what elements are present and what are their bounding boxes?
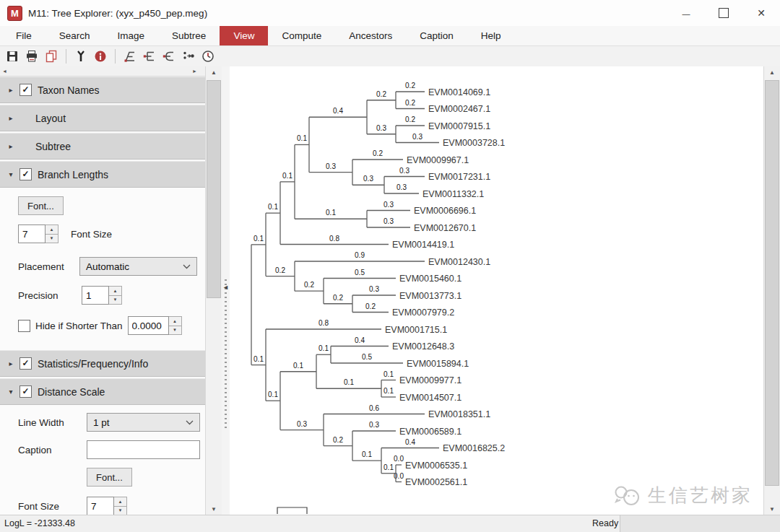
menu-item-image[interactable]: Image xyxy=(104,26,159,45)
scale-font-size-stepper[interactable] xyxy=(87,497,127,515)
branch-lengths-checkbox[interactable] xyxy=(20,168,32,180)
taxon-label[interactable]: EVM0001715.1 xyxy=(385,325,447,335)
distance-scale-checkbox[interactable] xyxy=(20,385,32,398)
scroll-down-icon[interactable] xyxy=(764,503,780,515)
scrollbar-thumb[interactable] xyxy=(207,80,221,298)
taxon-label[interactable]: EVM0014507.1 xyxy=(399,393,462,403)
wrench-icon[interactable] xyxy=(74,49,88,64)
timetree-clock-icon[interactable] xyxy=(201,49,215,64)
precision-stepper[interactable] xyxy=(82,286,122,305)
spin-up-icon[interactable] xyxy=(169,316,182,326)
taxon-label[interactable]: EVM0014069.1 xyxy=(428,87,490,97)
scroll-left-icon[interactable] xyxy=(0,66,9,75)
taxon-label[interactable]: EVM0017231.1 xyxy=(428,172,490,182)
caption-input[interactable] xyxy=(87,440,200,459)
phylogenetic-tree-svg[interactable]: EVM0014069.10.2EVM0002467.10.20.2EVM0007… xyxy=(230,66,764,515)
spin-down-icon[interactable] xyxy=(114,506,127,516)
spin-up-icon[interactable] xyxy=(114,497,127,506)
taxon-label[interactable]: EVM0006535.1 xyxy=(405,461,467,471)
expand-arrow-icon[interactable] xyxy=(6,86,16,94)
branch-font-button[interactable]: Font... xyxy=(18,196,64,215)
collapse-arrow-icon[interactable] xyxy=(6,388,16,396)
canvas-vertical-scrollbar[interactable] xyxy=(763,66,780,515)
collapse-arrow-icon[interactable] xyxy=(6,170,16,178)
hide-threshold-stepper[interactable] xyxy=(128,316,182,335)
close-button[interactable] xyxy=(742,0,780,26)
taxon-label[interactable]: EVM0018351.1 xyxy=(428,409,490,419)
taxon-label[interactable]: EVM0015460.1 xyxy=(399,274,462,284)
menu-item-file[interactable]: File xyxy=(2,26,46,45)
expand-arrow-icon[interactable] xyxy=(6,142,16,150)
taxon-label[interactable]: EVM0009977.1 xyxy=(399,375,462,385)
spin-down-icon[interactable] xyxy=(109,295,122,305)
taxon-label[interactable]: EVM0012648.3 xyxy=(392,341,454,352)
tree-canvas[interactable]: EVM0014069.10.2EVM0002467.10.20.2EVM0007… xyxy=(230,66,764,515)
menu-item-search[interactable]: Search xyxy=(46,26,104,45)
taxon-label[interactable]: EVM0014419.1 xyxy=(392,240,454,250)
hide-if-shorter-checkbox[interactable] xyxy=(18,320,30,332)
scale-font-button[interactable]: Font... xyxy=(87,468,132,487)
scroll-up-icon[interactable] xyxy=(764,66,780,79)
topology-icon[interactable] xyxy=(181,49,196,64)
branch-font-size-stepper[interactable] xyxy=(18,224,58,243)
taxon-label[interactable]: EVM0015894.1 xyxy=(407,359,469,369)
minimize-button[interactable] xyxy=(667,0,705,26)
tree-slanted-icon[interactable] xyxy=(123,49,137,64)
taxon-label[interactable]: EVM0006696.1 xyxy=(414,206,476,216)
print-icon[interactable] xyxy=(25,49,39,64)
placement-dropdown[interactable]: Automatic xyxy=(79,257,197,276)
copy-icon[interactable] xyxy=(44,49,58,64)
sidebar-horizontal-scrollbar[interactable] xyxy=(0,66,205,77)
maximize-button[interactable] xyxy=(705,0,742,26)
section-branch-lengths[interactable]: Branch Lengths xyxy=(0,161,205,188)
hide-threshold-input[interactable] xyxy=(128,316,169,335)
section-layout[interactable]: Layout xyxy=(0,105,205,131)
taxon-label[interactable]: EVM0016825.2 xyxy=(443,443,505,453)
taxon-label[interactable]: EVM0011332.1 xyxy=(422,189,484,199)
menu-item-subtree[interactable]: Subtree xyxy=(158,26,220,45)
spin-up-icon[interactable] xyxy=(46,224,58,234)
scrollbar-thumb[interactable] xyxy=(765,80,779,486)
taxon-label[interactable]: EVM0003728.1 xyxy=(443,138,505,148)
statistics-checkbox[interactable] xyxy=(20,357,32,370)
taxon-label[interactable]: EVM0007979.2 xyxy=(392,308,454,318)
spin-down-icon[interactable] xyxy=(46,234,58,244)
taxon-label[interactable]: EVM0002561.1 xyxy=(405,477,467,487)
info-icon[interactable] xyxy=(93,49,108,64)
taxon-label[interactable]: EVM0013773.1 xyxy=(399,291,462,301)
scale-font-size-input[interactable] xyxy=(87,497,114,515)
section-subtree[interactable]: Subtree xyxy=(0,133,205,160)
section-statistics[interactable]: Statistics/Frequency/Info xyxy=(0,350,205,377)
sidebar-vertical-scrollbar[interactable] xyxy=(205,66,222,515)
menu-item-view[interactable]: View xyxy=(220,26,268,45)
scroll-right-icon[interactable] xyxy=(190,66,199,75)
taxon-label[interactable]: EVM0007915.1 xyxy=(428,121,490,131)
splitter-handle[interactable] xyxy=(225,279,227,431)
taxon-label[interactable]: EVM0006589.1 xyxy=(399,427,462,437)
save-icon[interactable] xyxy=(5,49,20,64)
section-distance-scale[interactable]: Distance Scale xyxy=(0,378,205,405)
line-width-dropdown[interactable]: 1 pt xyxy=(87,413,200,432)
section-taxon-names[interactable]: Taxon Names xyxy=(0,77,205,103)
panel-splitter[interactable] xyxy=(222,66,230,515)
tree-curved-icon[interactable] xyxy=(162,49,176,64)
menu-item-help[interactable]: Help xyxy=(467,26,515,45)
spin-down-icon[interactable] xyxy=(169,326,182,336)
menu-item-compute[interactable]: Compute xyxy=(268,26,335,45)
taxon-label[interactable]: EVM0009967.1 xyxy=(407,155,469,165)
scroll-up-icon[interactable] xyxy=(206,66,222,79)
taxon-label[interactable]: EVM0002467.1 xyxy=(428,104,490,114)
collapse-sidebar-icon[interactable] xyxy=(222,284,229,291)
precision-input[interactable] xyxy=(82,286,109,305)
tree-rectangle-icon[interactable] xyxy=(142,49,157,64)
taxon-label[interactable]: EVM0012670.1 xyxy=(414,223,476,233)
menu-item-ancestors[interactable]: Ancestors xyxy=(335,26,406,45)
expand-arrow-icon[interactable] xyxy=(6,359,16,367)
spin-up-icon[interactable] xyxy=(109,286,122,295)
taxon-label[interactable]: EVM0012430.1 xyxy=(428,257,490,267)
expand-arrow-icon[interactable] xyxy=(6,114,16,122)
menu-item-caption[interactable]: Caption xyxy=(406,26,467,45)
scroll-down-icon[interactable] xyxy=(206,503,222,515)
branch-font-size-input[interactable] xyxy=(18,224,46,243)
taxon-names-checkbox[interactable] xyxy=(20,84,32,96)
